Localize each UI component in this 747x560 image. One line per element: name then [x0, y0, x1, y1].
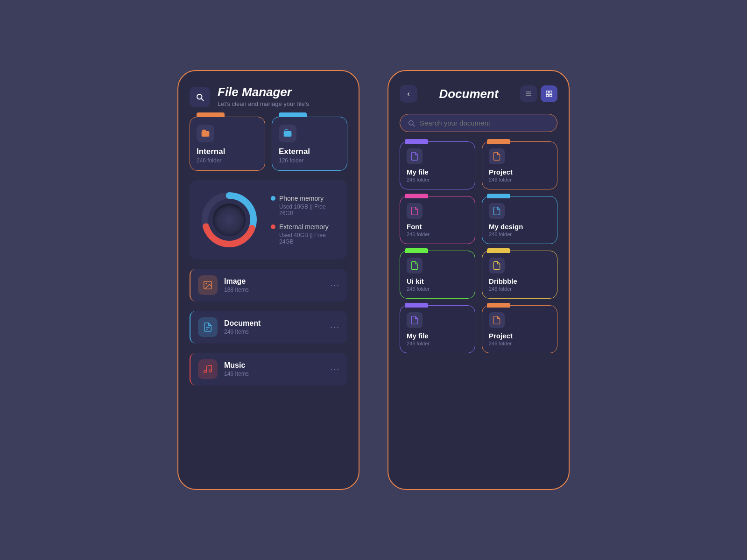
grid-folder-name-4: Ui kit — [407, 277, 424, 285]
grid-folder-sub-0: 246 folder — [407, 177, 430, 182]
search-input[interactable] — [420, 119, 550, 127]
image-info: Image 188 Items — [224, 277, 324, 293]
phone-detail: Used 10GB || Free 26GB — [271, 203, 338, 217]
header-text: File Manager Let's clean and manage your… — [218, 85, 309, 107]
grid-folder-sub-5: 246 folder — [489, 286, 512, 292]
grid-folder-project-2[interactable]: Project 246 folder — [482, 305, 557, 353]
music-count: 146 Items — [224, 371, 324, 377]
image-more-button[interactable]: ··· — [330, 280, 340, 290]
grid-folder-sub-4: 246 folder — [407, 286, 430, 292]
svg-rect-18 — [546, 94, 549, 97]
music-more-button[interactable]: ··· — [330, 364, 340, 374]
external-folder-icon — [279, 125, 296, 142]
svg-rect-17 — [550, 91, 552, 93]
image-count: 188 Items — [224, 287, 324, 293]
internal-folder-icon — [197, 125, 214, 142]
grid-folder-project-1[interactable]: Project 246 folder — [482, 141, 557, 189]
project-icon-1 — [489, 148, 505, 164]
grid-folder-sub-3: 246 folder — [489, 231, 512, 237]
grid-folder-dribbble[interactable]: Dribbble 246 folder — [482, 251, 557, 299]
storage-section: Phone memory Used 10GB || Free 26GB Exte… — [190, 180, 347, 259]
grid-folder-sub-2: 246 folder — [407, 231, 430, 237]
back-button[interactable]: ‹ — [400, 85, 417, 103]
music-icon-box — [198, 359, 218, 379]
myfile-icon-2 — [407, 312, 423, 328]
grid-folder-name-0: My file — [407, 168, 429, 176]
uikit-icon — [407, 258, 423, 273]
search-bar[interactable] — [400, 114, 557, 132]
image-file-item[interactable]: Image 188 Items ··· — [190, 269, 347, 301]
myfile-icon-1 — [407, 148, 423, 164]
donut-chart — [199, 189, 260, 250]
music-name: Music — [224, 361, 324, 370]
svg-rect-2 — [202, 131, 210, 137]
grid-folder-name-6: My file — [407, 332, 429, 340]
file-manager-card: File Manager Let's clean and manage your… — [177, 70, 359, 490]
left-header: File Manager Let's clean and manage your… — [190, 85, 347, 107]
dribbble-icon — [489, 258, 505, 273]
grid-folder-sub-6: 246 folder — [407, 341, 430, 346]
grid-folder-uikit[interactable]: Ui kit 246 folder — [400, 251, 475, 299]
right-header: ‹ Document — [400, 85, 557, 103]
document-title: Document — [439, 87, 498, 101]
font-icon — [407, 203, 423, 219]
document-file-item[interactable]: Document 246 Items ··· — [190, 311, 347, 343]
grid-view-button[interactable] — [541, 85, 557, 102]
external-folder-sub: 126 folder — [279, 157, 303, 164]
grid-folder-name-7: Project — [489, 332, 513, 340]
list-view-button[interactable] — [520, 85, 537, 102]
grid-folder-sub-7: 246 folder — [489, 341, 512, 346]
grid-folder-name-1: Project — [489, 168, 513, 176]
svg-rect-16 — [546, 91, 549, 93]
svg-line-21 — [413, 125, 415, 126]
image-icon-box — [198, 275, 218, 295]
external-dot — [271, 224, 275, 229]
doc-info: Document 246 Items — [224, 319, 324, 335]
external-folder[interactable]: External 126 folder — [272, 117, 347, 171]
grid-folder-myfile-1[interactable]: My file 246 folder — [400, 141, 475, 189]
search-button[interactable] — [190, 87, 210, 107]
grid-folder-name-5: Dribbble — [489, 277, 517, 285]
grid-folder-sub-1: 246 folder — [489, 177, 512, 182]
internal-folder-name: Internal — [197, 147, 225, 156]
grid-folder-font[interactable]: Font 246 folder — [400, 196, 475, 244]
external-detail: Used 40GB || Free 24GB — [271, 232, 338, 245]
folder-row: Internal 246 folder External 126 folder — [190, 117, 347, 171]
folder-grid: My file 246 folder Project 246 folder Fo… — [400, 141, 557, 353]
music-info: Music 146 Items — [224, 361, 324, 377]
mydesign-icon — [489, 203, 505, 219]
external-folder-name: External — [279, 147, 310, 156]
doc-count: 246 Items — [224, 329, 324, 335]
svg-rect-3 — [284, 131, 292, 137]
header-actions — [520, 85, 557, 102]
internal-folder[interactable]: Internal 246 folder — [190, 117, 265, 171]
grid-folder-myfile-2[interactable]: My file 246 folder — [400, 305, 475, 353]
music-file-item[interactable]: Music 146 Items ··· — [190, 353, 347, 385]
grid-folder-name-3: My design — [489, 223, 523, 231]
phone-label: Phone memory — [271, 195, 338, 202]
grid-folder-name-2: Font — [407, 223, 422, 231]
external-storage: External memory Used 40GB || Free 24GB — [271, 223, 338, 245]
folder-tab-orange — [197, 112, 225, 117]
internal-folder-sub: 246 folder — [197, 157, 221, 164]
doc-more-button[interactable]: ··· — [330, 322, 340, 332]
svg-point-12 — [209, 370, 212, 372]
document-card: ‹ Document — [388, 70, 570, 490]
doc-name: Document — [224, 319, 324, 328]
storage-info: Phone memory Used 10GB || Free 26GB Exte… — [271, 195, 338, 245]
external-label: External memory — [271, 223, 338, 231]
project-icon-2 — [489, 312, 505, 328]
grid-folder-mydesign[interactable]: My design 246 folder — [482, 196, 557, 244]
app-subtitle: Let's clean and manage your file's — [218, 100, 309, 107]
search-icon — [408, 119, 415, 127]
doc-icon-box — [198, 317, 218, 337]
donut-center — [213, 203, 246, 236]
image-name: Image — [224, 277, 324, 286]
svg-rect-19 — [550, 94, 552, 97]
phone-storage: Phone memory Used 10GB || Free 26GB — [271, 195, 338, 217]
folder-tab-blue — [279, 112, 307, 117]
phone-dot — [271, 196, 275, 201]
svg-line-1 — [201, 98, 203, 100]
svg-point-8 — [205, 283, 207, 284]
svg-point-11 — [204, 371, 207, 373]
